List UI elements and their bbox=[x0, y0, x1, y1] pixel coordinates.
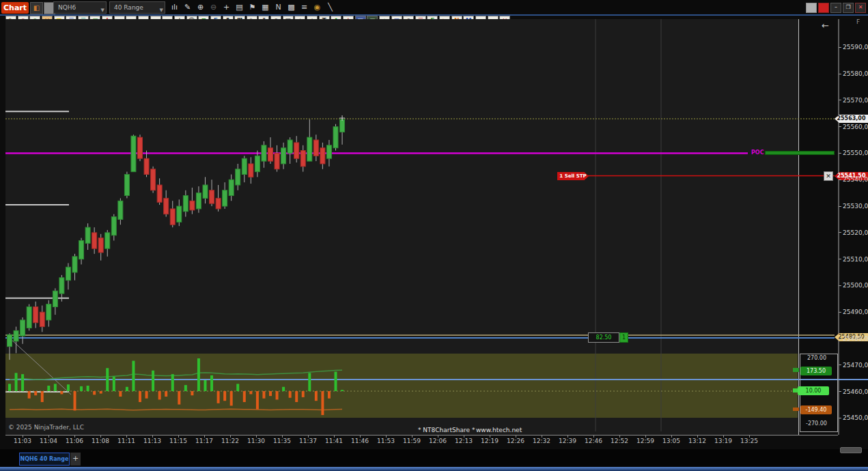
time-tick-label: 11:30 bbox=[247, 438, 265, 444]
close-button[interactable]: ✕ bbox=[855, 3, 866, 13]
cancel-order-button[interactable]: ✕ bbox=[824, 171, 833, 181]
copyright-text: © 2025 NinjaTrader, LLC bbox=[8, 424, 84, 431]
time-tick-label: 12:26 bbox=[507, 438, 524, 444]
tab-nqh6-40-range[interactable]: NQH6 40 Range bbox=[19, 453, 70, 466]
period-select[interactable]: 40 Range ▼ bbox=[109, 1, 165, 14]
time-tick-label: 13:25 bbox=[740, 438, 758, 444]
period-value: 40 Range bbox=[114, 4, 143, 11]
time-tick-label: 11:08 bbox=[92, 438, 109, 444]
window-bottom-edge bbox=[0, 467, 868, 471]
time-tick-label: 11:17 bbox=[195, 438, 213, 444]
price-tick-label: 25550,00 bbox=[843, 149, 868, 156]
chart-style-icon[interactable]: ılı bbox=[168, 1, 181, 14]
flag-page-icon[interactable]: ⚑ bbox=[246, 1, 259, 14]
snapshot-page-icon[interactable]: ▤ bbox=[233, 1, 246, 14]
draw-slash-icon[interactable]: ╲ bbox=[324, 1, 337, 14]
chart-menu-button[interactable]: Chart bbox=[1, 2, 29, 14]
price-tick-label: 25490,00 bbox=[843, 309, 868, 315]
time-tick-label: 11:53 bbox=[377, 438, 395, 444]
sell-stop-order-tag[interactable]: 1 Sell STP bbox=[557, 172, 589, 180]
chart-plot-area[interactable] bbox=[5, 19, 799, 435]
window-swatch-red[interactable] bbox=[818, 3, 829, 13]
time-tick-label: 12:06 bbox=[429, 438, 447, 444]
price-tick-label: 25580,00 bbox=[843, 70, 868, 77]
indicator-scale-top: 270.00 bbox=[807, 355, 826, 361]
price-tick-label: 25560,00 bbox=[843, 124, 868, 130]
price-tick bbox=[839, 365, 841, 365]
add-tab-button[interactable]: + bbox=[70, 453, 81, 466]
time-tick-label: 11:37 bbox=[299, 438, 317, 444]
horizontal-scrollbar[interactable] bbox=[840, 447, 862, 453]
price-tick-label: 25590,00 bbox=[843, 44, 868, 51]
grid-page-icon[interactable]: ▩ bbox=[285, 1, 298, 14]
poc-profile-bar bbox=[765, 151, 835, 155]
pencil-icon[interactable]: ✎ bbox=[181, 1, 194, 14]
price-tick bbox=[839, 285, 841, 286]
go-to-last-bar-arrow-icon[interactable]: ← bbox=[822, 20, 829, 31]
list-icon[interactable]: ≡ bbox=[298, 1, 311, 14]
time-tick-label: 13:05 bbox=[662, 438, 680, 444]
indicator-panel-icon[interactable]: ▦ bbox=[259, 1, 272, 14]
price-tick-label: 25470,00 bbox=[843, 362, 868, 369]
zoom-in-icon[interactable]: ⊕ bbox=[194, 1, 207, 14]
time-tick-label: 11:11 bbox=[117, 438, 135, 444]
time-tick-label: 12:19 bbox=[481, 438, 499, 444]
palette-icon[interactable]: ◉ bbox=[311, 1, 324, 14]
maximize-button[interactable]: ❐ bbox=[843, 3, 854, 13]
time-tick-label: 11:06 bbox=[66, 438, 83, 444]
window-swatch-gray[interactable] bbox=[806, 3, 817, 13]
instrument-select[interactable]: NQH6 ▼ bbox=[53, 1, 107, 14]
price-tick bbox=[839, 100, 841, 100]
upper-band-value-tag: 173.50 bbox=[800, 367, 832, 375]
price-tick-label: 25500,00 bbox=[843, 282, 868, 289]
lower-band-value-tag: -149.40 bbox=[800, 405, 832, 414]
price-tick bbox=[839, 418, 841, 418]
crosshair-icon[interactable]: + bbox=[220, 1, 233, 14]
price-tick bbox=[839, 312, 841, 313]
tab-row bbox=[0, 449, 868, 467]
time-tick-label: 12:32 bbox=[533, 438, 550, 444]
poc-label: POC bbox=[751, 149, 764, 156]
price-tick bbox=[839, 180, 841, 180]
price-tick-label: 25540,00 bbox=[843, 176, 868, 183]
time-tick-label: 11:15 bbox=[169, 438, 187, 444]
price-tick-label: 25520,00 bbox=[843, 229, 868, 236]
time-tick-label: 11:13 bbox=[143, 438, 161, 444]
time-tick-label: 12:59 bbox=[636, 438, 654, 444]
current-value-tag: 10.00 bbox=[798, 386, 829, 395]
window-controls: –❐✕ bbox=[804, 3, 866, 13]
fixed-scale-label[interactable]: F bbox=[856, 18, 860, 25]
price-tick bbox=[839, 259, 841, 259]
time-tick-label: 11:59 bbox=[403, 438, 421, 444]
position-pnl-box: 82.50 bbox=[588, 332, 619, 343]
position-qty-box: 1 bbox=[619, 332, 628, 343]
price-tick bbox=[839, 47, 841, 48]
time-tick-label: 12:39 bbox=[559, 438, 576, 444]
last-price-marker: 25563,00 bbox=[835, 115, 868, 123]
price-tick bbox=[839, 126, 841, 127]
price-tick bbox=[839, 74, 841, 74]
chart-window: Chart ◧ NQH6 ▼ 40 Range ▼ ılı✎⊕⊖+▤⚑▦N▩≡◉… bbox=[0, 0, 868, 471]
time-tick-label: 11:41 bbox=[325, 438, 343, 444]
trend-zigzag-icon[interactable]: N bbox=[272, 1, 285, 14]
camera-icon[interactable]: ◧ bbox=[30, 2, 43, 14]
top-toolbar-icons: ılı✎⊕⊖+▤⚑▦N▩≡◉╲ bbox=[168, 1, 337, 14]
website-text: www.htech.net bbox=[476, 427, 522, 433]
indicator-scale-bottom: -270.00 bbox=[806, 420, 827, 427]
time-tick-label: 11:35 bbox=[273, 438, 291, 444]
time-tick-label: 11:22 bbox=[221, 438, 239, 444]
price-tick bbox=[839, 391, 841, 392]
title-toolbar: Chart ◧ NQH6 ▼ 40 Range ▼ ılı✎⊕⊖+▤⚑▦N▩≡◉… bbox=[0, 0, 868, 15]
price-tick-label: 25510,00 bbox=[843, 256, 868, 263]
time-axis-line bbox=[5, 435, 838, 436]
time-tick-label: 12:46 bbox=[585, 438, 602, 444]
time-tick-label: 11:04 bbox=[40, 438, 57, 444]
price-tick-label: 25570,00 bbox=[843, 97, 868, 104]
minimize-button[interactable]: – bbox=[830, 3, 841, 13]
chartshare-text: * NT8ChartShare * bbox=[418, 427, 475, 433]
instrument-value: NQH6 bbox=[58, 4, 76, 11]
zoom-out-icon[interactable]: ⊖ bbox=[207, 1, 220, 14]
price-tick bbox=[839, 339, 841, 339]
price-tick-label: 25480,00 bbox=[843, 335, 868, 342]
price-tick bbox=[839, 153, 841, 154]
